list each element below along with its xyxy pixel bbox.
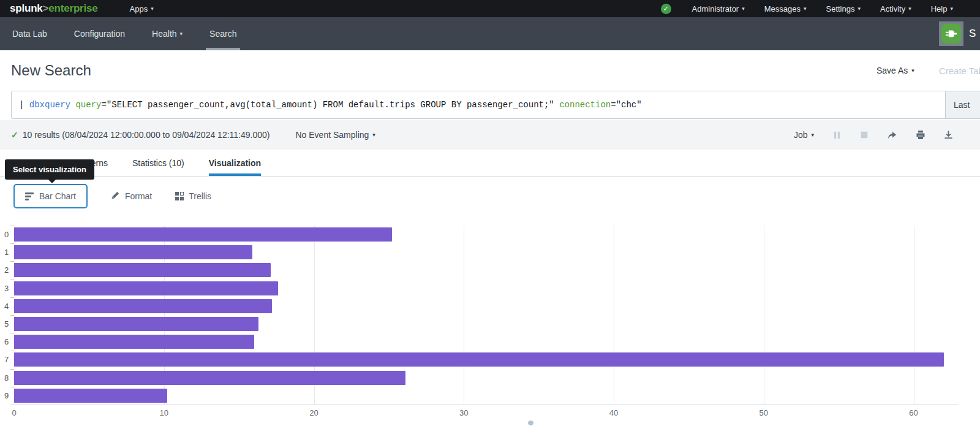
x-tick-label: 60 <box>909 408 918 417</box>
event-sampling-menu[interactable]: No Event Sampling ▾ <box>295 130 375 140</box>
stop-icon[interactable] <box>860 131 869 139</box>
chevron-down-icon: ▾ <box>180 31 183 37</box>
export-icon[interactable] <box>944 130 953 140</box>
app-nav-bar: Data LabConfigurationHealth▾Search S <box>0 17 980 50</box>
results-tabs: Events (0)PatternsStatistics (10)Visuali… <box>0 150 980 177</box>
nav-item-data-lab[interactable]: Data Lab <box>12 17 47 50</box>
chart-row: 6 <box>14 333 959 351</box>
topbar-menu-label: Settings <box>826 4 855 13</box>
x-tick-label: 0 <box>12 408 16 417</box>
search-query-input[interactable]: | dbxquery query="SELECT passenger_count… <box>12 100 642 110</box>
y-tick-label: 1 <box>4 248 9 257</box>
job-menu-label: Job <box>794 130 808 140</box>
bar-passenger-count-1[interactable] <box>14 245 252 259</box>
tab-statistics-10[interactable]: Statistics (10) <box>132 150 184 176</box>
bar-passenger-count-2[interactable] <box>14 263 271 277</box>
apps-menu[interactable]: Apps ▾ <box>130 4 154 13</box>
nav-item-label: Configuration <box>74 29 125 39</box>
results-summary: 10 results (08/04/2024 12:00:00.000 to 0… <box>23 130 270 140</box>
job-menu[interactable]: Job ▾ <box>794 130 814 140</box>
event-sampling-label: No Event Sampling <box>295 130 369 140</box>
apps-menu-label: Apps <box>130 4 148 13</box>
page-title: New Search <box>11 62 91 79</box>
topbar-menu-label: Help <box>931 4 948 13</box>
paintbrush-icon <box>111 191 120 202</box>
trellis-button[interactable]: Trellis <box>175 191 211 201</box>
chart-row: 0 <box>14 226 959 243</box>
health-status-ok-icon[interactable]: ✓ <box>661 4 671 14</box>
topbar-menu-label: Activity <box>880 4 905 13</box>
chart-row: 5 <box>14 315 959 333</box>
y-tick-label: 2 <box>4 265 9 275</box>
nav-item-label: Data Lab <box>12 29 47 39</box>
y-tick-label: 5 <box>4 319 9 329</box>
topbar-menu-label: Messages <box>764 4 801 13</box>
print-icon[interactable] <box>916 130 925 140</box>
topbar-menu-messages[interactable]: Messages▾ <box>764 4 807 13</box>
pause-icon[interactable] <box>832 131 842 140</box>
select-visualization-tooltip: Select visualization <box>5 159 94 180</box>
app-identity: S <box>939 21 980 46</box>
bar-passenger-count-5[interactable] <box>14 317 258 331</box>
trellis-icon <box>175 192 184 200</box>
nav-item-search[interactable]: Search <box>209 17 236 50</box>
x-tick-label: 50 <box>760 408 768 417</box>
chart-row: 7 <box>14 351 959 368</box>
bar-passenger-count-6[interactable] <box>14 335 254 349</box>
chart-type-picker-button[interactable]: Bar Chart <box>13 184 88 208</box>
bar-passenger-count-8[interactable] <box>14 371 405 385</box>
tab-visualization[interactable]: Visualization <box>209 150 261 176</box>
topbar-menu-help[interactable]: Help▾ <box>931 4 953 13</box>
search-bar[interactable]: | dbxquery query="SELECT passenger_count… <box>11 91 980 119</box>
app-name-partial: S <box>969 28 980 40</box>
spl-arg-key: query <box>75 100 101 110</box>
y-tick-label: 4 <box>4 302 9 311</box>
nav-item-health[interactable]: Health▾ <box>152 17 183 50</box>
x-tick-label: 30 <box>459 408 468 417</box>
spl-arg-key: connection <box>559 100 611 110</box>
x-tick-label: 40 <box>609 408 618 417</box>
chevron-down-icon: ▾ <box>950 6 953 12</box>
x-axis-labels: 0102030405060 <box>14 405 959 419</box>
bar-passenger-count-0[interactable] <box>14 227 392 242</box>
time-range-label: Last <box>954 100 970 110</box>
splunk-logo[interactable]: splunk>enterprise <box>10 2 98 15</box>
save-as-button[interactable]: Save As ▾ <box>876 66 914 75</box>
chevron-down-icon: ▾ <box>858 6 861 12</box>
y-tick-label: 9 <box>4 391 9 400</box>
topbar-menu-activity[interactable]: Activity▾ <box>880 4 911 13</box>
scroll-indicator-dot <box>528 421 533 425</box>
topbar-menu-label: Administrator <box>692 4 739 13</box>
app-icon-box <box>939 21 963 46</box>
topbar-right-menus: ✓ Administrator▾Messages▾Settings▾Activi… <box>661 4 980 14</box>
x-tick-label: 20 <box>309 408 318 417</box>
y-tick-label: 8 <box>4 373 9 383</box>
format-button[interactable]: Format <box>111 191 152 202</box>
chevron-down-icon: ▾ <box>372 132 375 138</box>
bar-passenger-count-4[interactable] <box>14 299 272 313</box>
nav-item-label: Health <box>152 29 176 39</box>
save-as-label: Save As <box>876 66 908 75</box>
share-icon[interactable] <box>887 131 897 140</box>
bar-chart-panel: 0123456789 0102030405060 <box>0 226 980 434</box>
y-tick-label: 7 <box>4 355 9 364</box>
chevron-down-icon: ▾ <box>804 6 807 12</box>
topbar-menu-administrator[interactable]: Administrator▾ <box>692 4 745 13</box>
chart-row: 8 <box>14 369 959 387</box>
chart-row: 2 <box>14 261 959 279</box>
time-range-picker[interactable]: Last <box>945 91 980 118</box>
bar-passenger-count-7[interactable] <box>14 352 944 367</box>
bar-passenger-count-9[interactable] <box>14 389 167 403</box>
nav-item-label: Search <box>209 29 236 39</box>
format-label: Format <box>125 191 152 201</box>
nav-item-configuration[interactable]: Configuration <box>74 17 125 50</box>
bar-passenger-count-3[interactable] <box>14 281 278 295</box>
y-tick-label: 3 <box>4 284 9 293</box>
job-done-check-icon: ✓ <box>11 130 18 140</box>
create-table-view-button[interactable]: Create Tab <box>939 66 980 76</box>
trellis-label: Trellis <box>189 191 211 201</box>
plot-area: 0123456789 <box>14 226 959 405</box>
chart-row: 1 <box>14 243 959 261</box>
chevron-down-icon: ▾ <box>911 67 914 74</box>
topbar-menu-settings[interactable]: Settings▾ <box>826 4 861 13</box>
